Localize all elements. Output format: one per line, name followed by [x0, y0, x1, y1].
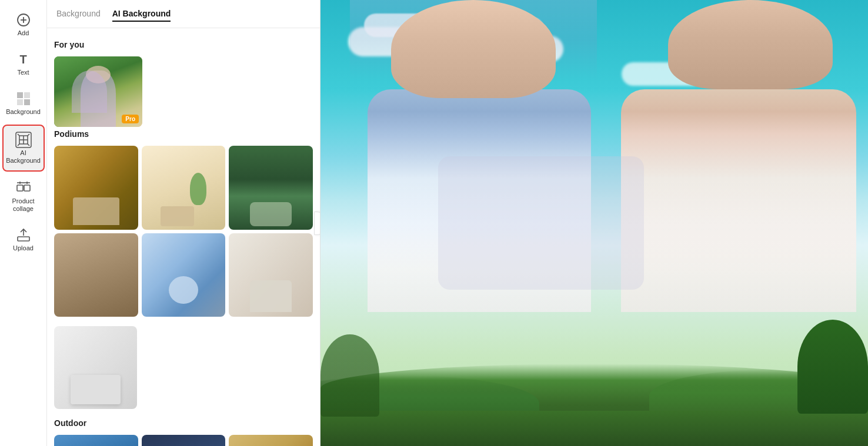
sidebar: Add T Text Background	[0, 0, 47, 446]
for-you-item[interactable]: Pro	[54, 56, 142, 127]
sidebar-item-upload[interactable]: Upload	[2, 221, 45, 258]
svg-rect-14	[17, 185, 23, 191]
sidebar-text-label: Text	[17, 69, 29, 76]
podium-thumb-5[interactable]	[142, 233, 226, 317]
podiums-grid	[54, 146, 313, 317]
background-icon	[15, 90, 32, 107]
sidebar-ai-bg-label: AIBackground	[6, 149, 41, 165]
sidebar-background-label: Background	[6, 108, 41, 116]
section-title-for-you: For you	[54, 40, 313, 49]
product-collage-icon	[15, 180, 32, 196]
tab-ai-background[interactable]: AI Background	[112, 6, 171, 22]
sidebar-item-product-collage[interactable]: Productcollage	[2, 174, 45, 219]
podium-thumb-4[interactable]	[54, 233, 138, 317]
canvas-image	[321, 0, 868, 446]
podium-thumb-3[interactable]	[229, 146, 313, 230]
svg-rect-4	[24, 92, 30, 98]
outdoor-thumb-1[interactable]	[54, 435, 138, 446]
sidebar-upload-label: Upload	[13, 244, 34, 252]
svg-rect-6	[24, 99, 30, 105]
collapse-panel-button[interactable]: ‹	[314, 212, 321, 235]
section-title-podiums: Podiums	[54, 129, 313, 139]
sidebar-add-label: Add	[18, 29, 29, 37]
ai-background-icon	[15, 132, 32, 148]
podium-thumb-6[interactable]	[229, 233, 313, 317]
outdoor-grid	[54, 435, 313, 446]
main-canvas	[321, 0, 868, 446]
panel: Background AI Background For you Pro Pod…	[47, 0, 321, 446]
svg-rect-15	[24, 185, 30, 191]
svg-rect-19	[18, 237, 29, 241]
outdoor-thumb-2[interactable]	[142, 435, 226, 446]
text-icon: T	[15, 51, 32, 68]
podium-thumb-7[interactable]	[54, 326, 137, 409]
upload-icon	[15, 227, 32, 243]
section-title-outdoor: Outdoor	[54, 418, 313, 428]
add-icon	[15, 12, 32, 28]
tab-background[interactable]: Background	[56, 6, 101, 22]
svg-rect-3	[17, 92, 23, 98]
panel-content: For you Pro Podiums	[47, 28, 320, 446]
sidebar-product-collage-label: Productcollage	[12, 197, 35, 213]
panel-tabs: Background AI Background	[47, 0, 320, 28]
sidebar-item-background[interactable]: Background	[2, 85, 45, 122]
podium-thumb-1[interactable]	[54, 146, 138, 230]
pro-badge: Pro	[122, 115, 139, 123]
podium-single-row	[54, 326, 313, 409]
svg-rect-5	[17, 99, 23, 105]
sidebar-item-ai-background[interactable]: AIBackground	[2, 125, 45, 172]
sidebar-item-text[interactable]: T Text	[2, 45, 45, 82]
outdoor-thumb-3[interactable]	[229, 435, 313, 446]
sidebar-item-add[interactable]: Add	[2, 6, 45, 43]
podium-thumb-2[interactable]	[142, 146, 226, 230]
